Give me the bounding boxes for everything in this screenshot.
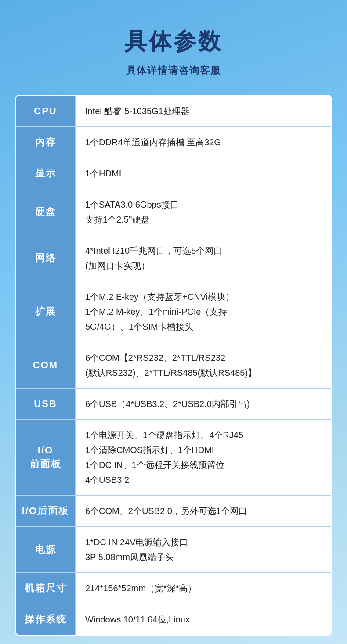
spec-label-cpu: CPU [16,95,75,127]
table-row: I/O 前面板1个电源开关、1个硬盘指示灯、4个RJ45 1个清除CMOS指示灯… [16,420,331,496]
page-subtitle: 具体详情请咨询客服 [126,64,221,77]
spec-value-os: Windows 10/11 64位,Linux [75,604,331,636]
table-row: 电源1*DC IN 24V电源输入接口 3P 5.08mm凤凰端子头 [16,527,331,573]
table-row: CPUIntel 酷睿I5-1035G1处理器 [16,95,331,127]
spec-value-usb: 6个USB（4*USB3.2、2*USB2.0内部引出) [75,389,331,420]
spec-value-memory: 1个DDR4单通道内存插槽 至高32G [75,127,331,158]
page-title: 具体参数 [124,26,223,57]
spec-value-com: 6个COM【2*RS232、2*TTL/RS232 (默认RS232)、2*TT… [75,342,331,389]
spec-value-dimensions: 214*156*52mm（宽*深*高） [75,573,331,604]
spec-label-usb: USB [16,389,75,420]
table-row: 扩展1个M.2 E-key（支持蓝牙+CNVi模块） 1个M.2 M-key、1… [16,281,331,342]
table-row: COM6个COM【2*RS232、2*TTL/RS232 (默认RS232)、2… [16,342,331,389]
spec-label-storage: 硬盘 [16,189,75,235]
spec-value-io-rear: 6个COM、2个USB2.0，另外可选1个网口 [75,496,331,527]
spec-label-com: COM [16,342,75,389]
spec-label-network: 网络 [16,235,75,281]
spec-value-cpu: Intel 酷睿I5-1035G1处理器 [75,95,331,127]
table-row: 机箱尺寸214*156*52mm（宽*深*高） [16,573,331,604]
table-row: I/O后面板6个COM、2个USB2.0，另外可选1个网口 [16,496,331,527]
spec-label-io-front: I/O 前面板 [16,420,75,496]
spec-label-dimensions: 机箱尺寸 [16,573,75,604]
spec-value-expansion: 1个M.2 E-key（支持蓝牙+CNVi模块） 1个M.2 M-key、1个m… [75,281,331,342]
spec-label-power: 电源 [16,527,75,573]
spec-value-network: 4*Intel I210千兆网口，可选5个网口 (加网口卡实现） [75,235,331,281]
spec-label-display: 显示 [16,158,75,189]
table-row: 内存1个DDR4单通道内存插槽 至高32G [16,127,331,158]
table-row: 网络4*Intel I210千兆网口，可选5个网口 (加网口卡实现） [16,235,331,281]
spec-value-display: 1个HDMI [75,158,331,189]
spec-table: CPUIntel 酷睿I5-1035G1处理器内存1个DDR4单通道内存插槽 至… [15,95,332,636]
spec-value-io-front: 1个电源开关、1个硬盘指示灯、4个RJ45 1个清除CMOS指示灯、1个HDMI… [75,420,331,496]
spec-value-storage: 1个SATA3.0 6Gbps接口 支持1个2.5''硬盘 [75,189,331,235]
table-row: USB6个USB（4*USB3.2、2*USB2.0内部引出) [16,389,331,420]
spec-label-io-rear: I/O后面板 [16,496,75,527]
spec-label-os: 操作系统 [16,604,75,636]
table-row: 显示1个HDMI [16,158,331,189]
table-row: 操作系统Windows 10/11 64位,Linux [16,604,331,636]
table-row: 硬盘1个SATA3.0 6Gbps接口 支持1个2.5''硬盘 [16,189,331,235]
spec-label-expansion: 扩展 [16,281,75,342]
spec-value-power: 1*DC IN 24V电源输入接口 3P 5.08mm凤凰端子头 [75,527,331,573]
spec-label-memory: 内存 [16,127,75,158]
